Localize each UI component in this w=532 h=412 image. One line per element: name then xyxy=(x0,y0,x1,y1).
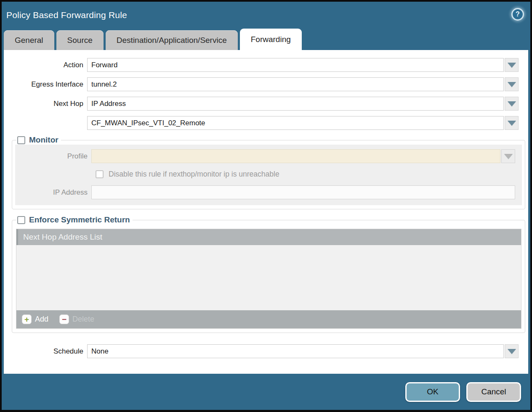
symmetric-return-legend: Enforce Symmetric Return xyxy=(16,215,133,224)
monitor-legend: Monitor xyxy=(16,135,61,145)
minus-icon: − xyxy=(59,314,69,324)
next-hop-address-table: Next Hop Address List + Add − Delete xyxy=(16,229,521,329)
profile-input xyxy=(91,149,500,163)
policy-based-forwarding-dialog: Policy Based Forwarding Rule ? General S… xyxy=(2,2,530,410)
next-hop-row: Next Hop xyxy=(4,97,528,111)
chevron-down-icon xyxy=(508,121,516,126)
monitor-ip-input xyxy=(91,185,515,199)
ok-button[interactable]: OK xyxy=(405,382,460,402)
add-button-label: Add xyxy=(35,315,48,324)
action-row: Action xyxy=(4,58,528,72)
chevron-down-icon xyxy=(508,349,516,354)
chevron-down-icon xyxy=(508,82,516,87)
schedule-dropdown-button[interactable] xyxy=(505,344,519,358)
titlebar: Policy Based Forwarding Rule ? xyxy=(2,2,530,29)
next-hop-address-input[interactable] xyxy=(87,116,504,130)
monitor-ip-label: IP Address xyxy=(15,188,91,197)
next-hop-address-row xyxy=(4,116,528,130)
action-dropdown-button[interactable] xyxy=(505,58,519,72)
egress-interface-input[interactable] xyxy=(87,77,504,91)
monitor-ip-row: IP Address xyxy=(15,185,522,199)
next-hop-address-list-toolbar: + Add − Delete xyxy=(16,310,521,328)
help-glyph: ? xyxy=(516,11,520,18)
egress-interface-row: Egress Interface xyxy=(4,77,528,91)
symmetric-return-group: Enforce Symmetric Return Next Hop Addres… xyxy=(12,215,525,333)
next-hop-address-dropdown-button[interactable] xyxy=(505,116,519,130)
disable-rule-label: Disable this rule if nexthop/monitor ip … xyxy=(109,170,279,179)
help-icon[interactable]: ? xyxy=(511,8,524,21)
symmetric-return-checkbox[interactable] xyxy=(17,216,25,224)
schedule-row: Schedule xyxy=(4,344,528,358)
profile-label: Profile xyxy=(15,152,91,161)
chevron-down-icon xyxy=(508,101,516,106)
add-button[interactable]: + Add xyxy=(22,314,48,324)
egress-interface-dropdown-button[interactable] xyxy=(505,77,519,91)
monitor-group-body: Profile Disable this rule if nexthop/mon… xyxy=(15,145,522,205)
symmetric-return-legend-label: Enforce Symmetric Return xyxy=(29,215,130,224)
egress-interface-label: Egress Interface xyxy=(7,80,87,89)
schedule-label: Schedule xyxy=(7,347,87,356)
chevron-down-icon xyxy=(504,154,513,159)
dialog-title: Policy Based Forwarding Rule xyxy=(6,10,127,20)
chevron-down-icon xyxy=(508,63,516,68)
plus-icon: + xyxy=(22,314,32,324)
tabstrip: General Source Destination/Application/S… xyxy=(2,29,530,50)
forwarding-tab-panel: Action Egress Interface Next Hop xyxy=(4,50,528,374)
monitor-group: Monitor Profile Disable this rule if nex… xyxy=(12,135,525,209)
action-input[interactable] xyxy=(87,58,504,72)
cancel-button[interactable]: Cancel xyxy=(466,382,521,402)
dialog-footer: OK Cancel xyxy=(2,374,530,410)
next-hop-address-list-body xyxy=(16,245,521,310)
profile-dropdown-button xyxy=(501,149,515,163)
delete-button: − Delete xyxy=(59,314,94,324)
next-hop-dropdown-button[interactable] xyxy=(505,97,519,111)
next-hop-type-input[interactable] xyxy=(87,97,504,111)
delete-button-label: Delete xyxy=(72,315,94,324)
next-hop-address-list-header: Next Hop Address List xyxy=(16,229,521,245)
disable-rule-row: Disable this rule if nexthop/monitor ip … xyxy=(96,170,522,179)
tab-destination-application-service[interactable]: Destination/Application/Service xyxy=(106,30,238,50)
monitor-profile-row: Profile xyxy=(15,149,522,163)
tab-forwarding[interactable]: Forwarding xyxy=(240,29,302,50)
next-hop-label: Next Hop xyxy=(7,100,87,108)
monitor-checkbox[interactable] xyxy=(17,136,25,144)
tab-source[interactable]: Source xyxy=(56,30,104,50)
monitor-legend-label: Monitor xyxy=(29,135,59,145)
disable-rule-checkbox xyxy=(96,170,104,178)
schedule-input[interactable] xyxy=(87,344,504,358)
action-label: Action xyxy=(7,61,87,69)
tab-general[interactable]: General xyxy=(4,30,54,50)
